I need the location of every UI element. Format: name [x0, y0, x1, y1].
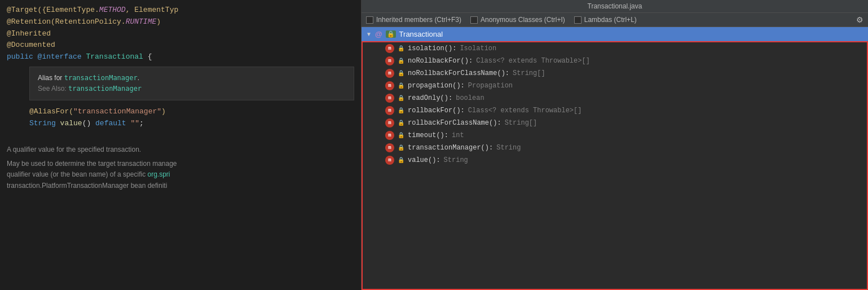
- member-timeout[interactable]: m 🔒 timeout(): int: [363, 129, 867, 142]
- code-line-1: @Target({ElementType.METHOD, ElementTyp: [7, 5, 354, 16]
- structure-panel: Transactional.java Inherited members (Ct…: [361, 0, 868, 290]
- structure-title: Transactional.java: [588, 2, 642, 10]
- method-icon: m: [385, 156, 394, 165]
- inherited-members-label: Inherited members (Ctrl+F3): [376, 16, 461, 24]
- chevron-down-icon: ▼: [366, 31, 372, 37]
- javadoc-see-line: See Also: transactionManager: [38, 84, 346, 94]
- lock-small-icon: 🔒: [398, 58, 404, 64]
- lock-small-icon: 🔒: [398, 144, 404, 151]
- member-isolation[interactable]: m 🔒 isolation(): Isolation: [363, 42, 867, 55]
- method-icon: m: [385, 81, 394, 90]
- code-line-3: @Inherited: [7, 28, 354, 40]
- lock-small-icon: 🔒: [398, 45, 404, 52]
- lock-small-icon: 🔒: [398, 107, 404, 114]
- lock-icon: 🔒: [386, 30, 396, 38]
- code-line-2: @Retention(RetentionPolicy.RUNTIME): [7, 16, 354, 28]
- javadoc-desc-box: A qualifier value for the specified tran…: [7, 142, 354, 191]
- code-alias-for: @AliasFor("transactionManager"): [29, 106, 354, 118]
- lock-small-icon: 🔒: [398, 82, 404, 89]
- javadoc-desc-2: May be used to determine the target tran…: [7, 159, 354, 169]
- member-readonly[interactable]: m 🔒 readOnly(): boolean: [363, 92, 867, 104]
- structure-toolbar: Inherited members (Ctrl+F3) Anonymous Cl…: [362, 13, 868, 27]
- method-icon: m: [385, 118, 394, 128]
- member-no-rollback-for-classname[interactable]: m 🔒 noRollbackForClassName(): String[]: [363, 67, 867, 80]
- member-rollback-for[interactable]: m 🔒 rollbackFor(): Class<? extends Throw…: [363, 104, 867, 117]
- member-rollback-for-classname[interactable]: m 🔒 rollbackForClassName(): String[]: [363, 117, 867, 129]
- member-no-rollback-for[interactable]: m 🔒 noRollbackFor(): Class<? extends Thr…: [363, 55, 867, 67]
- annotation-icon: @: [375, 30, 382, 38]
- code-line-5: public @interface Transactional {: [7, 51, 354, 63]
- tree-header[interactable]: ▼ @ 🔒 Transactional: [362, 27, 868, 41]
- members-list: m 🔒 isolation(): Isolation m 🔒 noRollbac…: [362, 41, 868, 290]
- lock-small-icon: 🔒: [398, 132, 404, 139]
- inherited-members-option[interactable]: Inherited members (Ctrl+F3): [366, 16, 461, 24]
- lock-small-icon: 🔒: [398, 157, 404, 164]
- lock-small-icon: 🔒: [398, 95, 404, 102]
- code-string-value: String value() default "";: [29, 118, 354, 130]
- structure-titlebar: Transactional.java: [362, 0, 868, 13]
- method-icon: m: [385, 94, 394, 103]
- javadoc-desc-3: qualifier value (or the bean name) of a …: [7, 169, 354, 180]
- lambdas-label: Lambdas (Ctrl+L): [584, 16, 637, 24]
- method-icon: m: [385, 131, 394, 140]
- javadoc-alias-line: Alias for transactionManager.: [38, 73, 346, 84]
- lambdas-checkbox[interactable]: [574, 16, 581, 24]
- method-icon: m: [385, 56, 394, 65]
- member-propagation[interactable]: m 🔒 propagation(): Propagation: [363, 80, 867, 92]
- javadoc-box: Alias for transactionManager. See Also: …: [29, 67, 354, 100]
- tree-header-label: Transactional: [399, 30, 443, 38]
- anonymous-classes-option[interactable]: Anonymous Classes (Ctrl+I): [470, 16, 565, 24]
- member-transaction-manager[interactable]: m 🔒 transactionManager(): String: [363, 142, 867, 154]
- lambdas-option[interactable]: Lambdas (Ctrl+L): [574, 16, 637, 24]
- lock-small-icon: 🔒: [398, 70, 404, 77]
- member-value[interactable]: m 🔒 value(): String: [363, 154, 867, 166]
- anonymous-classes-label: Anonymous Classes (Ctrl+I): [481, 16, 565, 24]
- inherited-members-checkbox[interactable]: [366, 16, 373, 24]
- method-icon: m: [385, 143, 394, 152]
- code-line-4: @Documented: [7, 39, 354, 51]
- settings-gear-icon[interactable]: ⚙: [856, 15, 863, 24]
- method-icon: m: [385, 106, 394, 115]
- method-icon: m: [385, 44, 394, 53]
- anonymous-classes-checkbox[interactable]: [470, 16, 478, 24]
- javadoc-desc-1: A qualifier value for the specified tran…: [7, 144, 354, 155]
- javadoc-desc-4: transaction.PlatformTransactionManager b…: [7, 181, 354, 191]
- method-icon: m: [385, 69, 394, 78]
- code-editor: @Target({ElementType.METHOD, ElementTyp …: [0, 0, 361, 290]
- lock-small-icon: 🔒: [398, 120, 404, 126]
